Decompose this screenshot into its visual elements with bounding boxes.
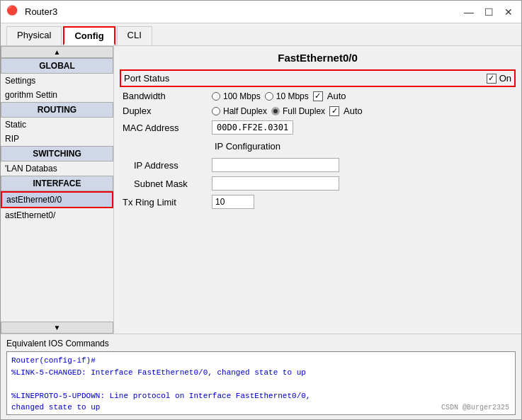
duplex-controls: Half Duplex Full Duplex ✓ Auto <box>212 106 516 116</box>
main-panel: FastEthernet0/0 Port Status ✓ On Bandwid… <box>114 46 521 334</box>
mac-address-value: 00D0.FF2E.0301 <box>212 120 293 135</box>
sidebar-item-vlan[interactable]: 'LAN Databas <box>1 161 113 176</box>
ip-address-row: IP Address <box>120 156 516 174</box>
sidebar-item-rip[interactable]: RIP <box>1 132 113 146</box>
sidebar-item-settings[interactable]: Settings <box>1 74 113 88</box>
watermark-text: CSDN @Burger2325 <box>441 404 509 412</box>
ip-config-label: IP Configuration <box>212 139 283 154</box>
tx-ring-limit-label: Tx Ring Limit <box>120 197 212 208</box>
tx-ring-limit-controls <box>212 195 516 209</box>
console-line-3: %LINEPROTO-5-UPDOWN: Line protocol on In… <box>11 392 310 400</box>
radio-full-duplex[interactable] <box>271 107 280 115</box>
mac-address-row: MAC Address 00D0.FF2E.0301 <box>120 118 516 137</box>
bandwidth-controls: 100 Mbps 10 Mbps ✓ Auto <box>212 91 516 101</box>
bottom-section: Equivalent IOS Commands Router(config-if… <box>1 334 521 419</box>
duplex-full[interactable]: Full Duplex <box>271 106 325 116</box>
content-area: ▲ GLOBAL Settings gorithm Settin ROUTING… <box>1 46 521 334</box>
radio-100mbps-label: 100 Mbps <box>223 91 261 101</box>
duplex-row: Duplex Half Duplex Full Duplex ✓ Auto <box>120 103 516 118</box>
duplex-label: Duplex <box>120 106 212 116</box>
console-line-1: Router(config-if)# <box>11 356 96 365</box>
window-title: Router3 <box>25 6 462 17</box>
ip-config-row: IP Configuration <box>120 137 516 156</box>
sidebar-scroll: GLOBAL Settings gorithm Settin ROUTING S… <box>1 58 113 322</box>
duplex-auto-checkbox[interactable]: ✓ <box>329 106 339 116</box>
panel-title: FastEthernet0/0 <box>120 52 516 64</box>
sidebar-section-routing: ROUTING <box>1 102 113 118</box>
tx-ring-limit-input[interactable] <box>212 195 254 209</box>
scroll-down-arrow[interactable]: ▼ <box>1 322 113 334</box>
sidebar-item-static[interactable]: Static <box>1 118 113 132</box>
bandwidth-auto-checkbox[interactable]: ✓ <box>313 91 323 101</box>
subnet-mask-row: Subnet Mask <box>120 174 516 193</box>
ip-address-controls <box>212 158 516 172</box>
scroll-up-arrow[interactable]: ▲ <box>1 46 113 58</box>
duplex-half[interactable]: Half Duplex <box>212 106 267 116</box>
sidebar-item-fastethernet01[interactable]: astEthernet0/ <box>1 208 113 222</box>
sidebar-item-fastethernet00[interactable]: astEthernet0/0 <box>1 191 113 208</box>
sidebar-section-global: GLOBAL <box>1 58 113 74</box>
port-status-label: Port Status <box>124 73 487 84</box>
bandwidth-100mbps[interactable]: 100 Mbps <box>212 91 261 101</box>
radio-full-duplex-label: Full Duplex <box>283 106 325 116</box>
window-controls: — ☐ ✕ <box>462 5 516 19</box>
subnet-mask-controls <box>212 176 516 191</box>
tab-physical[interactable]: Physical <box>6 26 62 45</box>
tab-config[interactable]: Config <box>63 26 115 45</box>
radio-10mbps-label: 10 Mbps <box>276 91 309 101</box>
console-box[interactable]: Router(config-if)# %LINK-5-CHANGED: Inte… <box>6 351 516 415</box>
main-window: 🔴 Router3 — ☐ ✕ Physical Config CLI ▲ GL… <box>0 0 522 420</box>
duplex-auto-label: Auto <box>344 106 363 116</box>
port-status-row: Port Status ✓ On <box>120 69 516 87</box>
port-status-value: On <box>499 73 511 84</box>
bandwidth-row: Bandwidth 100 Mbps 10 Mbps ✓ Auto <box>120 89 516 103</box>
bandwidth-10mbps[interactable]: 10 Mbps <box>265 91 309 101</box>
eq-ios-label: Equivalent IOS Commands <box>6 339 516 348</box>
sidebar-item-algorithm[interactable]: gorithm Settin <box>1 88 113 102</box>
bandwidth-label: Bandwidth <box>120 91 212 101</box>
sidebar: ▲ GLOBAL Settings gorithm Settin ROUTING… <box>1 46 114 334</box>
radio-half-duplex[interactable] <box>212 107 220 115</box>
console-text: Router(config-if)# %LINK-5-CHANGED: Inte… <box>11 355 511 414</box>
radio-half-duplex-label: Half Duplex <box>223 106 267 116</box>
port-status-checkbox[interactable]: ✓ <box>487 74 497 84</box>
mac-address-label: MAC Address <box>120 123 212 133</box>
console-line-2: %LINK-5-CHANGED: Interface FastEthernet0… <box>11 368 306 377</box>
maximize-button[interactable]: ☐ <box>482 5 496 19</box>
console-line-4: changed state to up <box>11 403 100 412</box>
subnet-mask-label: Subnet Mask <box>120 178 212 189</box>
radio-100mbps[interactable] <box>212 92 220 101</box>
ip-address-label: IP Address <box>120 160 212 171</box>
bandwidth-auto-label: Auto <box>327 91 346 101</box>
minimize-button[interactable]: — <box>462 5 476 19</box>
app-icon: 🔴 <box>6 5 21 19</box>
sidebar-section-interface: INTERFACE <box>1 176 113 191</box>
sidebar-section-switching: SWITCHING <box>1 146 113 161</box>
tab-bar: Physical Config CLI <box>1 23 521 46</box>
close-button[interactable]: ✕ <box>501 5 516 19</box>
title-bar: 🔴 Router3 — ☐ ✕ <box>1 1 521 23</box>
port-status-controls: ✓ On <box>487 73 511 84</box>
ip-address-input[interactable] <box>212 158 339 172</box>
radio-10mbps[interactable] <box>265 92 273 101</box>
subnet-mask-input[interactable] <box>212 176 339 191</box>
mac-address-controls: 00D0.FF2E.0301 <box>212 120 516 135</box>
tx-ring-limit-row: Tx Ring Limit <box>120 193 516 211</box>
tab-cli[interactable]: CLI <box>117 26 152 45</box>
